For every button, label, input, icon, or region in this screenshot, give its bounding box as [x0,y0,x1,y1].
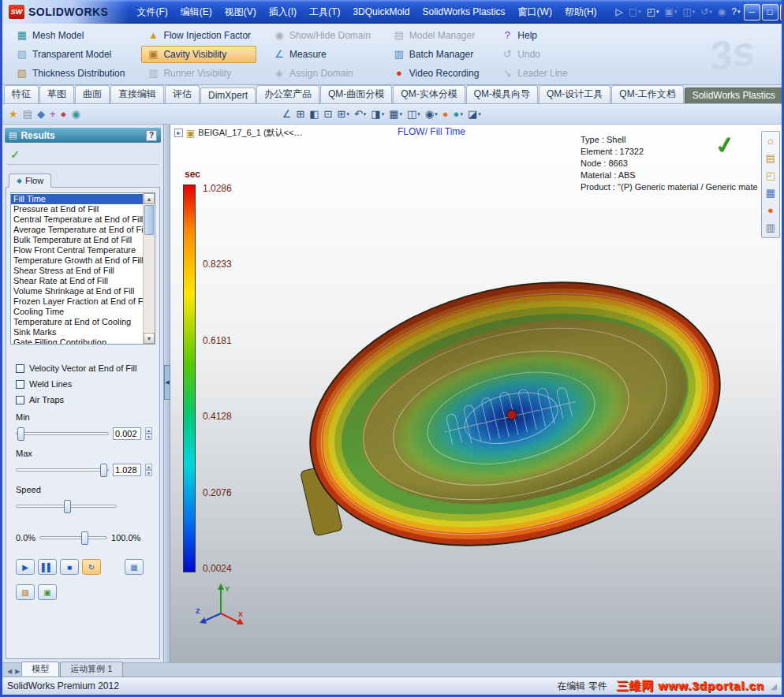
appearances-icon[interactable]: ● [767,203,774,218]
print-icon[interactable]: ◫▾ [681,4,696,20]
checkbox-box[interactable] [16,380,24,389]
checkbox-velocity-vector-at-end-of-fill[interactable]: Velocity Vector at End of Fill [16,363,155,373]
document-tab-1[interactable]: 运动算例 1 [60,662,122,676]
command-thickness-distribution[interactable]: ▨Thickness Distribution [10,65,130,82]
speed-slider-thumb[interactable] [64,500,71,513]
tab-qm[interactable]: QM-设计工具 [539,85,610,103]
tab-qm[interactable]: QM-模具向导 [466,85,538,103]
min-value-input[interactable] [113,427,141,440]
view-orientation-icon[interactable]: ▦▾ [387,106,404,123]
hide-show-items-icon[interactable]: ◉▾ [424,106,439,123]
tab-scroll-left-icon[interactable]: ◀ [6,668,13,676]
rebuild-icon[interactable]: ◉ [716,4,727,20]
result-item-gate-filling-contribution[interactable]: Gate Filling Contribution [11,337,143,344]
plot-settings-button[interactable]: ▨ [16,584,35,600]
propertymanager-tab-icon[interactable]: ★ [7,106,20,123]
menu-item-solidworks-plastics[interactable]: SolidWorks Plastics [416,0,511,24]
result-item-shear-rate-at-end-of-fill[interactable]: Shear Rate at End of Fill [11,276,143,286]
tab-qm[interactable]: QM-实体分模 [393,85,465,103]
save-icon[interactable]: ▣▾ [663,4,679,20]
display-style-icon[interactable]: ◫▾ [405,106,422,123]
menu-item-f[interactable]: 文件(F) [130,0,174,24]
result-item-central-temperature-at-end-of-fill[interactable]: Central Temperature at End of Fill [11,214,143,225]
resources-home-icon[interactable]: ⌂ [767,134,774,148]
scroll-down-icon[interactable]: ▼ [144,333,155,344]
zoom-fit-icon[interactable]: ⊡ [323,106,334,123]
result-item-frozen-layer-fraction-at-end-of-fill[interactable]: Frozen Layer Fraction at End of Fill [11,296,143,307]
save-animation-button[interactable]: ▦ [125,559,144,575]
min-spinner[interactable]: ▲▼ [145,427,152,440]
file-explorer-icon[interactable]: ◰ [766,169,775,183]
result-item-cooling-time[interactable]: Cooling Time [11,307,143,317]
spin-up-icon[interactable]: ▲ [145,427,152,434]
checkbox-weld-lines[interactable]: Weld Lines [16,379,155,389]
menu-item-t[interactable]: 工具(T) [303,0,346,24]
command-cavity-visibility[interactable]: ▣Cavity Visibility [141,46,256,63]
result-item-temperature-growth-at-end-of-fill[interactable]: Temperature Growth at End of Fill [11,255,143,266]
dimxpertmanager-tab-icon[interactable]: + [48,106,58,123]
plastics-manager-tab-icon[interactable]: ◉ [69,106,81,123]
tab-1[interactable]: 草图 [39,85,74,103]
measure-icon[interactable]: ∠ [281,106,293,123]
min-slider[interactable] [16,432,109,435]
result-item-shear-stress-at-end-of-fill[interactable]: Shear Stress at End of Fill [11,266,143,276]
result-item-pressure-at-end-of-fill[interactable]: Pressure at End of Fill [11,204,143,214]
maximize-button[interactable]: □ [762,4,778,20]
undo-icon[interactable]: ↺▾ [699,4,714,20]
save-image-button[interactable]: ▣ [38,584,57,600]
checkbox-air-traps[interactable]: Air Traps [16,395,155,404]
zoom-area-icon[interactable]: ⊞▾ [336,106,351,123]
previous-view-icon[interactable]: ↶▾ [353,106,368,123]
tab-flow[interactable]: ◆ Flow [9,173,51,188]
scrollbar-track[interactable] [144,204,155,333]
result-item-bulk-temperature-at-end-of-fill[interactable]: Bulk Temperature at End of Fill [11,235,143,245]
max-slider[interactable] [16,468,109,472]
max-value-input[interactable] [113,464,141,476]
listbox-scrollbar[interactable]: ▲ ▼ [143,193,155,344]
menu-item-i[interactable]: 插入(I) [263,0,303,24]
result-item-volume-shrinkage-at-end-of-fill[interactable]: Volume Shrinkage at End of Fill [11,286,143,296]
tab-6[interactable]: 办公室产品 [256,85,319,103]
mass-properties-icon[interactable]: ⊞ [294,106,306,123]
command-batch-manager[interactable]: ▥Batch Manager [387,46,485,63]
minimize-button[interactable]: ─ [744,4,760,20]
view-settings-icon[interactable]: ◪▾ [466,106,483,123]
checkbox-box[interactable] [16,364,24,373]
tab-scroll-right-icon[interactable]: ▶ [13,668,21,676]
tab-solidworks-plastics[interactable]: SolidWorks Plastics [685,88,782,103]
result-item-average-temperature-at-end-of-fill[interactable]: Average Temperature at End of Fill [11,225,143,235]
tab-3[interactable]: 直接编辑 [110,85,164,103]
options-icon[interactable]: ?▾ [730,4,741,20]
document-tab-0[interactable]: 模型 [21,662,59,676]
play-button[interactable]: ▶ [16,559,35,575]
stop-button[interactable]: ■ [60,559,79,575]
custom-properties-icon[interactable]: ▥ [766,221,775,235]
menu-item-h[interactable]: 帮助(H) [558,0,603,24]
graphics-area[interactable]: ▸ ▣ BEIGAI_17_6_1 (默认<<… FLOW/ Fill Time… [170,125,782,662]
tree-expander-icon[interactable]: ▸ [174,129,183,137]
menu-item-e[interactable]: 编辑(E) [174,0,218,24]
panel-splitter[interactable]: ◀ [164,125,170,662]
animation-slider[interactable] [39,536,107,539]
configurationmanager-tab-icon[interactable]: ◆ [35,106,47,123]
spin-down-icon[interactable]: ▼ [145,434,152,440]
max-spinner[interactable]: ▲▼ [145,464,152,476]
result-item-temperature-at-end-of-cooling[interactable]: Temperature at End of Cooling [11,317,143,327]
collapse-panel-icon[interactable]: ◀ [164,365,170,400]
menu-item-w[interactable]: 窗口(W) [512,0,558,24]
spin-down-icon[interactable]: ▼ [145,470,152,476]
menu-item-3dquickmold[interactable]: 3DQuickMold [346,0,416,24]
section-tool-icon[interactable]: ◨▾ [369,106,386,123]
command-measure[interactable]: ∠Measure [267,46,376,63]
tab-qm[interactable]: QM-曲面分模 [320,85,392,103]
max-slider-thumb[interactable] [100,464,107,477]
animation-slider-thumb[interactable] [81,531,88,545]
section-view-icon[interactable]: ◧ [308,106,320,123]
scroll-up-icon[interactable]: ▲ [144,193,155,204]
command-transparent-model[interactable]: ▧Transparent Model [10,46,130,63]
min-slider-thumb[interactable] [17,427,24,441]
result-item-sink-marks[interactable]: Sink Marks [11,327,143,337]
feature-tree-root[interactable]: ▸ ▣ BEIGAI_17_6_1 (默认<<… [174,127,302,139]
result-item-fill-time[interactable]: Fill Time [11,194,143,204]
loop-button[interactable]: ↻ [82,559,101,575]
